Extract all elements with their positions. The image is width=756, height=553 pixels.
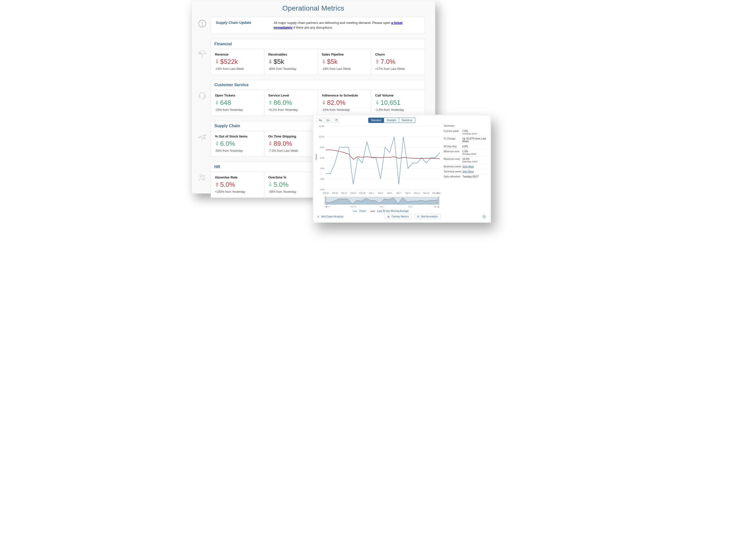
airplane-icon [197, 131, 207, 142]
summary-owner-link[interactable]: John Berg [462, 165, 474, 168]
legend-swatch-avg [370, 211, 375, 212]
metric-delta: -1.5% from Yesterday [375, 108, 421, 111]
summary-val: John Berg [462, 164, 487, 169]
svg-text:Mar 3: Mar 3 [378, 192, 383, 194]
range-button-group: 4w 2m [317, 118, 332, 123]
metric-value: ⇩82.0% [322, 99, 367, 106]
svg-rect-6 [199, 95, 200, 97]
metric-label: % Out of Stock Items [215, 135, 260, 138]
metric-delta: +150% from Yesterday [215, 190, 260, 193]
svg-rect-11 [336, 120, 338, 121]
metric-value: ⇩648 [215, 99, 260, 106]
svg-text:Feb 20: Feb 20 [323, 192, 329, 194]
summary-owner-link[interactable]: John Berg [462, 170, 474, 173]
range-2m-button[interactable]: 2m [324, 118, 332, 123]
metric-value: ⇩10,651 [375, 99, 421, 106]
svg-text:Mar 2: Mar 2 [380, 206, 384, 208]
svg-text:Mar 9: Mar 9 [405, 192, 410, 194]
add-annotation-label: Add Annotation [421, 215, 438, 218]
section-title: Customer Service [214, 83, 249, 87]
metric-delta: -50% from Yesterday [215, 149, 260, 153]
add-annotation-button[interactable]: Add Annotation [414, 214, 441, 219]
summary-val: 7.0%Tuesday 03/17 [462, 129, 487, 136]
section-title: Supply Chain [214, 124, 240, 128]
metric-label: Adherence to Schedule [322, 93, 367, 97]
metric-value: ⇩$522k [215, 58, 260, 66]
metric-value: ⇩$5k [322, 58, 367, 66]
legend-label-churn: Churn [359, 210, 366, 213]
summary-key: % Change [444, 136, 462, 144]
summary-key: Technical owner [444, 169, 462, 174]
svg-text:Feb 26: Feb 26 [350, 192, 356, 194]
tab-standard[interactable]: Standard [368, 117, 384, 123]
svg-text:Mar 13: Mar 13 [423, 192, 429, 194]
svg-text:►: ► [437, 205, 439, 208]
metric-label: Call Volume [375, 93, 421, 97]
arrow-down-icon: ⇩ [268, 59, 273, 64]
metric-value: ⇩6.0% [215, 140, 260, 148]
tab-stoplight[interactable]: Stoplight [384, 117, 399, 123]
metric-customer-service-1[interactable]: Service Level⇧86.0%+6.2% from Yesterday [264, 90, 318, 115]
calendar-button[interactable] [334, 118, 340, 123]
add-expert-analysis-link[interactable]: Add Expert Analysis [317, 215, 344, 218]
metric-customer-service-2[interactable]: Adherence to Schedule⇩82.0%-15% from Yes… [318, 90, 371, 115]
metric-supply-chain-1[interactable]: On Time Shipping⇩89.0%-7.3% from Last We… [264, 131, 318, 157]
metric-customer-service-3[interactable]: Call Volume⇩10,651-1.5% from Yesterday [371, 90, 425, 115]
arrow-down-icon: ⇩ [375, 100, 380, 105]
svg-rect-46 [438, 197, 439, 204]
overlay-metrics-label: Overlay Metrics [391, 215, 409, 218]
summary-val: Tuesday 03/17 [462, 174, 487, 179]
metric-supply-chain-0[interactable]: % Out of Stock Items⇩6.0%-50% from Yeste… [211, 131, 265, 157]
svg-text:12.0%: 12.0% [319, 125, 324, 128]
overlay-metrics-button[interactable]: Overlay Metrics [385, 214, 411, 219]
view-tabs: Standard Stoplight Statistical [368, 117, 415, 123]
arrow-down-icon: ⇩ [215, 59, 219, 64]
svg-rect-7 [204, 95, 205, 97]
summary-key: Minimum ever [444, 149, 462, 157]
svg-text:◄: ◄ [325, 205, 327, 208]
summary-val: John Berg [462, 169, 487, 174]
range-4w-button[interactable]: 4w [317, 118, 324, 123]
summary-val: 5.9% [462, 144, 487, 149]
history-button[interactable] [482, 214, 487, 219]
metric-financial-2[interactable]: Sales Pipeline⇩$5k-19% from Last Week [318, 49, 371, 75]
arrow-up-icon: ⇧ [268, 100, 273, 105]
range-navigator[interactable]: Feb 17Feb 24Mar 2Mar 9Mar 16◄► [325, 196, 439, 208]
arrow-down-icon: ⇩ [268, 182, 273, 187]
summary-val: Up 16.67% from Last Week [462, 136, 487, 144]
metric-value: ⇧5.0% [215, 181, 260, 188]
metric-hr-1[interactable]: Overtime %⇩5.0%-38% from Yesterday [264, 172, 318, 198]
arrow-down-icon: ⇩ [322, 100, 326, 105]
metric-customer-service-0[interactable]: Open Tickets⇩648-26% from Yesterday [211, 90, 265, 115]
section-title: HR [214, 165, 220, 169]
metric-financial-1[interactable]: Receivables⇩$5k-80% from Yesterday [264, 49, 318, 75]
tab-statistical[interactable]: Statistical [399, 117, 415, 123]
summary-key: 30 Day Avg [444, 144, 462, 149]
alert-icon [197, 18, 207, 29]
arrow-up-icon: ⇧ [215, 182, 219, 187]
metric-label: Service Level [268, 93, 313, 97]
metric-delta: +17% from Last Week [375, 67, 421, 71]
metric-delta: -15% from Yesterday [322, 108, 367, 111]
line-chart[interactable]: Churn 0.0%2.0%4.0%6.0%8.0%10.0%12.0%Feb … [317, 124, 441, 196]
arrow-down-icon: ⇩ [215, 100, 219, 105]
svg-text:Feb 24: Feb 24 [351, 206, 356, 208]
svg-text:Feb 24: Feb 24 [341, 192, 347, 194]
svg-text:Mar 11: Mar 11 [414, 192, 420, 194]
metric-label: On Time Shipping [268, 135, 313, 138]
section-title: Financial [214, 42, 232, 46]
notice-card: Supply Chain Update All major supply cha… [211, 17, 425, 34]
metric-hr-0[interactable]: Absentee Rate⇧5.0%+150% from Yesterday [211, 172, 265, 198]
metric-delta: -19% from Last Week [322, 67, 367, 71]
chart-legend: Churn Last 30 day Moving Average [317, 210, 441, 213]
metric-value: ⇩89.0% [268, 140, 313, 148]
add-expert-analysis-label: Add Expert Analysis [321, 215, 344, 218]
section-customer-service: Customer ServiceOpen Tickets⇩648-26% fro… [211, 80, 425, 116]
svg-text:Mar 5: Mar 5 [387, 192, 392, 194]
legend-label-avg: Last 30 day Moving Average [377, 210, 409, 213]
svg-text:Feb 28: Feb 28 [359, 192, 365, 194]
metric-financial-0[interactable]: Revenue⇩$522k-19% from Last Week [211, 49, 265, 75]
headset-icon [197, 90, 207, 100]
svg-text:Feb 22: Feb 22 [332, 192, 338, 194]
metric-financial-3[interactable]: Churn⇧7.0%+17% from Last Week [371, 49, 425, 75]
